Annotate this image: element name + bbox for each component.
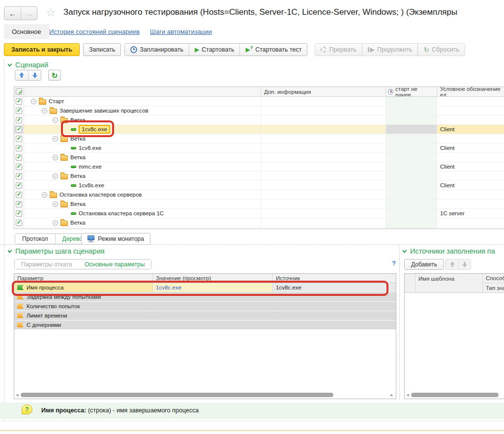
collapse-icon[interactable]: − [31,99,36,104]
row-checkbox[interactable]: ✓ [16,173,22,179]
source-column-header[interactable]: Источник [273,274,396,283]
row-checkbox[interactable]: ✓ [16,164,22,170]
add-button[interactable]: Добавить [404,259,444,270]
row-checkbox[interactable]: ✓ [16,108,22,114]
param-row[interactable]: Количество попыток [14,302,396,311]
row-checkbox[interactable]: ✓ [16,98,22,105]
form-bottom-border [0,421,504,421]
row-checkbox[interactable]: ✓ [16,210,22,217]
start-not-earlier-column-header[interactable]: старт не ранее... [386,87,437,96]
step-params-section-header[interactable]: Параметры шага сценария [8,247,105,255]
tree-row[interactable]: ✓ mmc.exe Client [14,162,504,172]
fill-sources-section-header[interactable]: Источники заполнения па [403,247,504,255]
vertical-splitter[interactable] [399,246,400,400]
collapse-icon[interactable]: − [42,192,47,198]
continue-play-icon: ▶ [370,47,375,53]
row-checkbox[interactable]: ✓ [16,192,22,198]
collapse-icon[interactable]: − [53,117,58,123]
tree-row[interactable]: ✓ −Завершение зависших процессов [14,106,504,116]
value-column-header[interactable]: Значение (просмотр) [153,274,273,283]
row-checkbox[interactable]: ✓ [16,136,22,142]
back-button[interactable]: ← [4,7,21,20]
scroll-track[interactable] [411,392,504,398]
schedule-button[interactable]: Запланировать [125,44,189,56]
scroll-left-icon[interactable]: ◀ [406,393,410,397]
move-down-button[interactable] [28,70,41,80]
save-and-close-button[interactable]: Записать и закрыть [4,43,80,56]
tree-row[interactable]: ✓ Остановка кластера сервера 1С 1C serve… [14,209,504,218]
sources-hscrollbar[interactable]: ◀ [406,391,504,398]
tree-row[interactable]: ✓ −Старт [14,97,504,106]
folder-icon [60,202,68,207]
param-row[interactable]: Лимит времени [14,311,396,320]
select-all-cell[interactable]: ✓ [14,87,24,96]
row-checkbox[interactable]: ✓ [16,145,22,151]
start-test-button[interactable]: ▶?Стартовать тест [239,44,307,56]
scroll-right-icon[interactable]: ▶ [390,393,394,397]
check-icon: ✓ [17,126,21,132]
favorite-star-icon[interactable]: ☆ [46,6,56,19]
row-checkbox[interactable]: ✓ [16,220,22,226]
tree-row[interactable]: ✓ −Ветка [14,218,504,228]
collapse-icon[interactable]: − [42,108,47,114]
continue-button: ▶Продолжить [362,44,418,56]
tab-main[interactable]: Основное [4,24,49,39]
conditional-unit-column-header[interactable]: Условное обозначение ед [437,87,504,96]
tree-row[interactable]: ✓ −Ветка [14,116,504,125]
param-row-selected[interactable]: Имя процесса 1cv8c.exe 1cv8c.exe [14,283,396,292]
tab-automation[interactable]: Шаги автоматизации [150,28,212,35]
params-hscrollbar[interactable]: ◀ ▶ [15,391,394,398]
scroll-thumb[interactable] [411,393,499,397]
start-button[interactable]: ▶Стартовать [189,44,239,56]
scroll-thumb[interactable] [21,393,333,397]
folder-icon [60,118,68,123]
view-protocol-button[interactable]: Протокол [15,234,55,244]
scenario-section-title: Сценарий [15,61,48,69]
param-row[interactable]: Задержка между попытками [14,292,396,302]
row-checkbox[interactable]: ✓ [16,126,22,133]
help-icon[interactable]: ? [392,260,396,267]
collapse-icon[interactable]: − [53,136,58,142]
scroll-track[interactable] [21,392,388,398]
save-button[interactable]: Записать [83,43,121,56]
refresh-button[interactable]: ↻ [48,70,61,81]
template-name-column-header[interactable]: Имя шаблона [415,274,483,292]
row-checkbox[interactable]: ✓ [16,201,22,207]
tree-row-selected[interactable]: ✓ 1cv8c.exe Client [14,125,504,134]
check-icon: ✓ [17,117,21,122]
param-row[interactable]: С дочерними [14,320,396,330]
folder-icon [60,221,68,226]
horizontal-splitter[interactable] [0,244,504,245]
tree-row[interactable]: ✓ −Ветка [14,200,504,209]
check-icon: ✓ [17,173,21,178]
param-column-header[interactable]: Параметр [14,274,153,283]
tree-row[interactable]: ✓ 1cv8.exe Client [14,144,504,153]
reset-label: Сбросить [432,46,459,53]
scroll-left-icon[interactable]: ◀ [15,393,19,397]
forward-button[interactable]: → [21,7,37,20]
move-up-button[interactable] [15,70,28,80]
tree-row[interactable]: ✓ −Остановка кластеров серверов [14,190,504,200]
check-icon: ✓ [17,145,21,150]
collapse-icon[interactable]: − [53,174,58,179]
collapse-icon[interactable]: − [53,202,58,207]
tab-main-params[interactable]: Основные параметры [78,260,151,269]
collapse-icon[interactable]: − [53,155,58,160]
row-checkbox[interactable]: ✓ [16,154,22,161]
tree-row[interactable]: ✓ −Ветка [14,134,504,144]
tree-row[interactable]: ✓ 1cv8s.exe Client [14,181,504,190]
extra-info-column-header[interactable]: Доп. информация [261,87,386,96]
fill-method-column-header[interactable]: Способ з [483,274,504,283]
tab-history[interactable]: История состояний сценариев [49,28,140,35]
arrow-down-icon [462,261,468,267]
row-checkbox[interactable]: ✓ [16,117,22,123]
monitor-mode-button[interactable]: Режим монитора [81,233,150,245]
view-switch-group: Протокол Дерево [15,233,90,244]
tree-column-header[interactable] [24,87,261,96]
tree-row[interactable]: ✓ −Ветка [14,172,504,181]
row-checkbox[interactable]: ✓ [16,182,22,189]
collapse-icon[interactable]: − [53,220,58,226]
tree-row[interactable]: ✓ −Ветка [14,153,504,162]
scenario-section-header[interactable]: Сценарий [8,61,48,69]
value-type-column-header[interactable]: Тип знач [483,283,504,292]
